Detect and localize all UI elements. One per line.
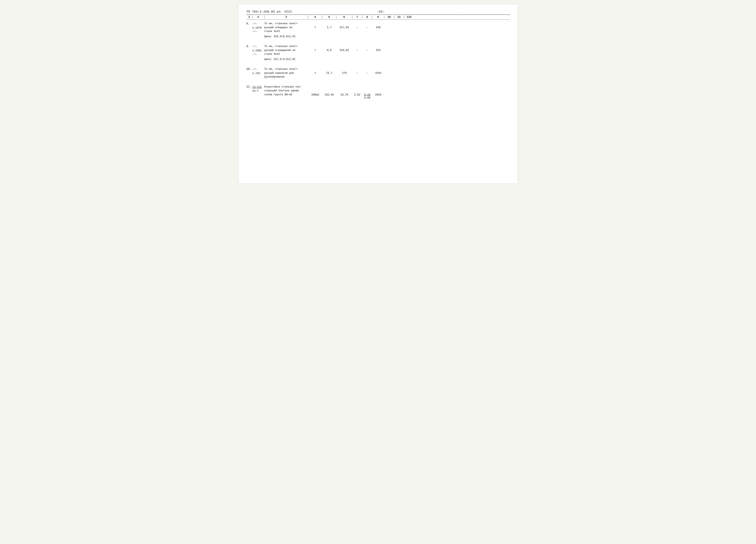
row-desc-11: Огрунтовка стальных кон- струкций понтон…	[264, 85, 308, 97]
row-num-11: II.	[246, 85, 252, 89]
row-unit-10: т	[308, 67, 322, 75]
row-v8-8: –	[362, 22, 372, 29]
row-v6-8: 317,92	[336, 22, 352, 29]
col-header-4: 4	[308, 16, 322, 19]
row-qty-10: II,7	[322, 67, 336, 75]
column-headers: I 2 3 4 5 6 7 8 9 IO II II2	[246, 14, 510, 20]
row-num-8: 8.	[246, 22, 252, 25]
col-header-11: II	[394, 16, 404, 19]
row-v7-11: I,62	[352, 85, 362, 96]
row-code-8: –"– п.1979 –"–	[252, 22, 264, 34]
row-v9-9: 255	[372, 44, 384, 52]
table-row: 9. –"– п.I98I –"– То же, стальных конст-…	[246, 44, 510, 61]
row-unit-11: I00м2	[308, 85, 322, 96]
data-rows: 8. –"– п.1979 –"– То же, стальных конст-…	[246, 22, 510, 99]
row-qty-11: I02,05	[322, 85, 336, 96]
row-v9-11: 20I0	[372, 85, 384, 96]
col-header-1: I	[246, 16, 252, 19]
row-num-10: IO.	[246, 67, 252, 71]
row-v7-8: –	[352, 22, 362, 29]
row-unit-9: т	[308, 44, 322, 52]
row-unit-8: т	[308, 22, 322, 29]
col-header-5: 5	[322, 16, 336, 19]
row-v8-11: 0,26 0,08	[362, 85, 372, 99]
table-row: IO. –"– п.755 То же, стальных конст- рук…	[246, 67, 510, 79]
row-qty-8: I,7	[322, 22, 336, 29]
row-code-10: –"– п.755	[252, 67, 264, 75]
row-num-9: 9.	[246, 44, 252, 48]
table-row: 8. –"– п.1979 –"– То же, стальных конст-…	[246, 22, 510, 38]
col-header-2: 2	[252, 16, 264, 19]
header-title: ТП 704–I–I80.85 ал. VIII	[246, 10, 292, 14]
row-v8-9: –	[362, 44, 372, 52]
row-v8-10: –	[362, 67, 372, 75]
header: ТП 704–I–I80.85 ал. VIII –62–	[246, 10, 510, 14]
col-header-7: 7	[352, 16, 362, 19]
row-v9-8: 540	[372, 22, 384, 29]
row-v9-10: 3264	[372, 67, 384, 75]
col-header-8: 8	[362, 16, 372, 19]
row-code-11: I3–I22 I5–7	[252, 85, 264, 93]
col-header-6: 6	[336, 16, 352, 19]
row-v7-10: –	[352, 67, 362, 75]
page: ТП 704–I–I80.85 ал. VIII –62– I 2 3 4 5 …	[238, 4, 518, 184]
col-header-12: II2	[404, 16, 414, 19]
col-header-3: 3	[264, 16, 308, 19]
row-desc-8: То же, стальных конст- рукций площадок и…	[264, 22, 308, 38]
row-v6-9: 318,92	[336, 44, 352, 52]
row-code-9: –"– п.I98I –"–	[252, 44, 264, 57]
row-qty-9: 0,8	[322, 44, 336, 52]
col-header-10: IO	[384, 16, 394, 19]
table-row: II. I3–I22 I5–7 Огрунтовка стальных кон-…	[246, 85, 510, 99]
row-desc-9: То же, стальных конст- рукций ограждений…	[264, 44, 308, 61]
col-header-9: 9	[372, 16, 384, 19]
row-desc-10: То же, стальных конст- рукций каркасов д…	[264, 67, 308, 79]
row-v6-10: 279	[336, 67, 352, 75]
header-page: –62–	[377, 10, 384, 14]
row-v6-11: I9,70	[336, 85, 352, 96]
row-v7-9: –	[352, 44, 362, 52]
